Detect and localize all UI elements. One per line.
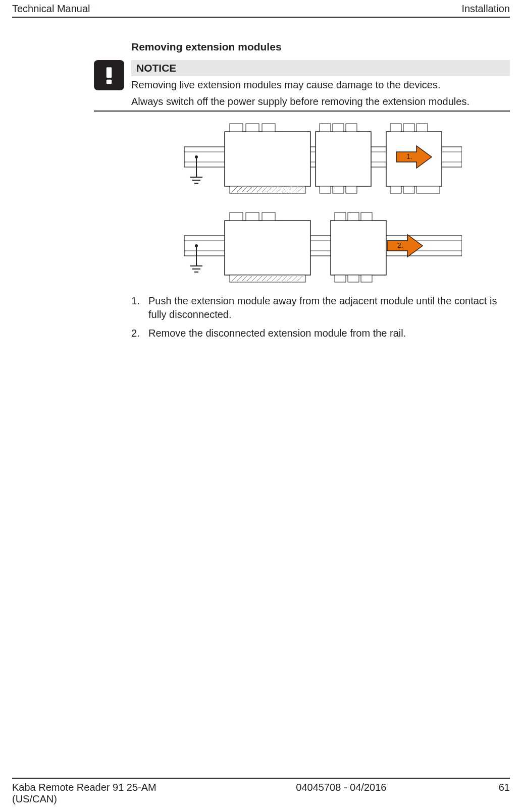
svg-point-6: [195, 155, 198, 158]
page-header: Technical Manual Installation: [12, 0, 510, 18]
svg-rect-0: [107, 67, 112, 78]
svg-rect-29: [316, 132, 371, 186]
header-right: Installation: [461, 3, 510, 15]
svg-rect-52: [225, 221, 310, 275]
svg-rect-77: [361, 275, 372, 282]
svg-rect-54: [246, 212, 259, 221]
header-left: Technical Manual: [12, 3, 90, 15]
page-footer: Kaba Remote Reader 91 25-AM (US/CAN) 040…: [12, 778, 510, 805]
svg-rect-39: [416, 124, 428, 132]
svg-rect-40: [390, 186, 401, 193]
diagram-marker-1: 1.: [406, 152, 412, 160]
section-title: Removing extension modules: [131, 41, 510, 53]
svg-rect-33: [320, 186, 331, 193]
svg-rect-42: [416, 186, 440, 193]
svg-rect-1: [107, 80, 112, 84]
svg-rect-31: [333, 124, 344, 132]
step-list: Push the extension module away from the …: [131, 294, 510, 340]
svg-rect-75: [335, 275, 346, 282]
svg-rect-74: [361, 212, 372, 221]
svg-rect-41: [403, 186, 414, 193]
svg-rect-55: [262, 212, 275, 221]
notice-label: NOTICE: [131, 60, 510, 76]
notice-divider: [94, 111, 510, 112]
svg-rect-53: [230, 212, 243, 221]
svg-rect-13: [262, 124, 275, 132]
svg-rect-11: [230, 124, 243, 132]
svg-rect-56: [230, 275, 305, 282]
svg-rect-30: [320, 124, 331, 132]
svg-rect-10: [225, 132, 310, 186]
notice-text-1: Removing live extension modules may caus…: [131, 79, 510, 91]
svg-rect-76: [348, 275, 359, 282]
step-1: Push the extension module away from the …: [131, 294, 510, 321]
notice-body: NOTICE Removing live extension modules m…: [131, 60, 510, 111]
diagram-1: 1.: [131, 117, 510, 202]
svg-rect-12: [246, 124, 259, 132]
svg-rect-14: [230, 186, 305, 193]
page-content: Removing extension modules NOTICE Removi…: [131, 18, 510, 340]
diagram-2: 2.: [131, 205, 510, 291]
svg-rect-72: [335, 212, 346, 221]
diagram-marker-2: 2.: [397, 241, 403, 249]
svg-rect-38: [403, 124, 414, 132]
notice-text-2: Always switch off the power supply befor…: [131, 96, 510, 107]
exclamation-icon: [94, 60, 124, 90]
notice-block: NOTICE Removing live extension modules m…: [94, 60, 510, 111]
svg-rect-37: [390, 124, 401, 132]
svg-rect-71: [331, 221, 386, 275]
footer-page-number: 61: [499, 782, 510, 805]
svg-rect-35: [346, 186, 357, 193]
footer-left: Kaba Remote Reader 91 25-AM (US/CAN): [12, 782, 184, 805]
footer-center: 04045708 - 04/2016: [296, 782, 386, 805]
step-2: Remove the disconnected extension module…: [131, 327, 510, 340]
svg-rect-73: [348, 212, 359, 221]
svg-rect-34: [333, 186, 344, 193]
svg-point-48: [195, 244, 198, 247]
svg-rect-32: [346, 124, 357, 132]
